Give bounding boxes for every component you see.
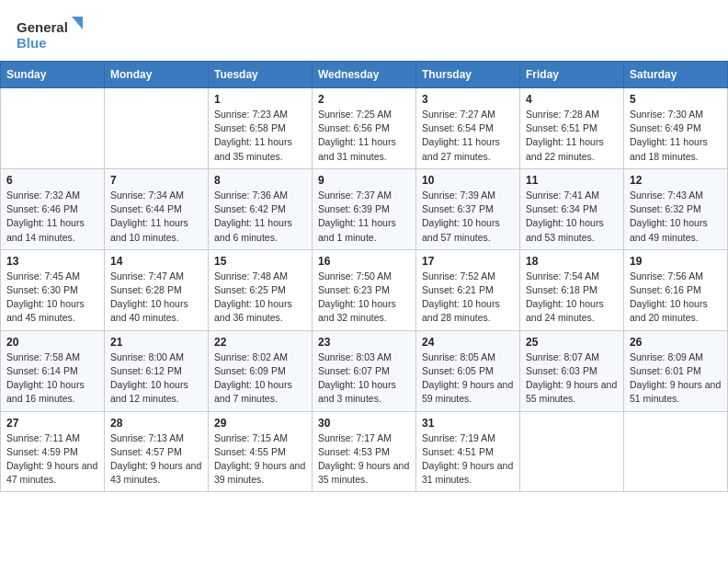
- day-number: 10: [422, 174, 514, 187]
- week-row-3: 13Sunrise: 7:45 AM Sunset: 6:30 PM Dayli…: [1, 249, 728, 330]
- day-info: Sunrise: 7:19 AM Sunset: 4:51 PM Dayligh…: [422, 431, 514, 488]
- week-row-4: 20Sunrise: 7:58 AM Sunset: 6:14 PM Dayli…: [1, 330, 728, 411]
- day-info: Sunrise: 7:37 AM Sunset: 6:39 PM Dayligh…: [318, 189, 410, 245]
- day-cell: 16Sunrise: 7:50 AM Sunset: 6:23 PM Dayli…: [313, 249, 416, 330]
- day-cell: [1, 88, 105, 169]
- day-cell: [105, 88, 209, 169]
- day-cell: 28Sunrise: 7:13 AM Sunset: 4:57 PM Dayli…: [105, 411, 209, 492]
- day-cell: 9Sunrise: 7:37 AM Sunset: 6:39 PM Daylig…: [313, 168, 416, 249]
- day-cell: 22Sunrise: 8:02 AM Sunset: 6:09 PM Dayli…: [209, 330, 313, 411]
- day-info: Sunrise: 7:54 AM Sunset: 6:18 PM Dayligh…: [526, 270, 618, 326]
- day-info: Sunrise: 8:09 AM Sunset: 6:01 PM Dayligh…: [630, 350, 722, 407]
- day-info: Sunrise: 7:32 AM Sunset: 6:46 PM Dayligh…: [6, 189, 98, 245]
- day-number: 12: [630, 174, 722, 187]
- header-row: SundayMondayTuesdayWednesdayThursdayFrid…: [1, 62, 728, 88]
- week-row-5: 27Sunrise: 7:11 AM Sunset: 4:59 PM Dayli…: [1, 411, 728, 492]
- day-cell: 4Sunrise: 7:28 AM Sunset: 6:51 PM Daylig…: [520, 88, 624, 169]
- day-cell: 23Sunrise: 8:03 AM Sunset: 6:07 PM Dayli…: [313, 330, 416, 411]
- day-number: 27: [6, 417, 98, 430]
- day-cell: 1Sunrise: 7:23 AM Sunset: 6:58 PM Daylig…: [209, 88, 313, 169]
- header-day-thursday: Thursday: [416, 62, 520, 88]
- svg-marker-2: [72, 17, 83, 29]
- day-cell: [520, 411, 624, 492]
- day-number: 3: [422, 93, 514, 106]
- day-cell: 6Sunrise: 7:32 AM Sunset: 6:46 PM Daylig…: [1, 168, 105, 249]
- day-cell: 3Sunrise: 7:27 AM Sunset: 6:54 PM Daylig…: [416, 88, 520, 169]
- day-cell: 20Sunrise: 7:58 AM Sunset: 6:14 PM Dayli…: [1, 330, 105, 411]
- day-cell: 14Sunrise: 7:47 AM Sunset: 6:28 PM Dayli…: [105, 249, 209, 330]
- header-day-tuesday: Tuesday: [209, 62, 313, 88]
- day-info: Sunrise: 7:11 AM Sunset: 4:59 PM Dayligh…: [6, 431, 98, 488]
- day-info: Sunrise: 8:02 AM Sunset: 6:09 PM Dayligh…: [214, 350, 306, 407]
- header-day-monday: Monday: [105, 62, 209, 88]
- day-number: 25: [526, 336, 618, 349]
- header-day-friday: Friday: [520, 62, 624, 88]
- day-number: 8: [214, 174, 306, 187]
- day-info: Sunrise: 8:00 AM Sunset: 6:12 PM Dayligh…: [110, 350, 202, 407]
- day-cell: 18Sunrise: 7:54 AM Sunset: 6:18 PM Dayli…: [520, 249, 624, 330]
- day-info: Sunrise: 7:52 AM Sunset: 6:21 PM Dayligh…: [422, 270, 514, 326]
- day-cell: 24Sunrise: 8:05 AM Sunset: 6:05 PM Dayli…: [416, 330, 520, 411]
- day-number: 17: [422, 255, 514, 268]
- day-number: 26: [630, 336, 722, 349]
- header: General Blue: [0, 0, 728, 61]
- day-cell: 31Sunrise: 7:19 AM Sunset: 4:51 PM Dayli…: [416, 411, 520, 492]
- day-number: 13: [6, 255, 98, 268]
- day-number: 18: [526, 255, 618, 268]
- page: General Blue SundayMondayTuesdayWednesda…: [0, 0, 728, 563]
- day-number: 4: [526, 93, 618, 106]
- day-number: 24: [422, 336, 514, 349]
- day-info: Sunrise: 7:27 AM Sunset: 6:54 PM Dayligh…: [422, 108, 514, 164]
- logo: General Blue: [17, 17, 83, 52]
- day-info: Sunrise: 7:45 AM Sunset: 6:30 PM Dayligh…: [6, 270, 98, 326]
- day-info: Sunrise: 7:56 AM Sunset: 6:16 PM Dayligh…: [630, 270, 722, 326]
- day-cell: 11Sunrise: 7:41 AM Sunset: 6:34 PM Dayli…: [520, 168, 624, 249]
- header-day-sunday: Sunday: [1, 62, 105, 88]
- day-info: Sunrise: 7:50 AM Sunset: 6:23 PM Dayligh…: [318, 270, 410, 326]
- day-cell: 8Sunrise: 7:36 AM Sunset: 6:42 PM Daylig…: [209, 168, 313, 249]
- day-cell: 17Sunrise: 7:52 AM Sunset: 6:21 PM Dayli…: [416, 249, 520, 330]
- day-info: Sunrise: 8:07 AM Sunset: 6:03 PM Dayligh…: [526, 350, 618, 407]
- day-info: Sunrise: 7:25 AM Sunset: 6:56 PM Dayligh…: [318, 108, 410, 164]
- day-cell: 21Sunrise: 8:00 AM Sunset: 6:12 PM Dayli…: [105, 330, 209, 411]
- day-number: 6: [6, 174, 98, 187]
- week-row-2: 6Sunrise: 7:32 AM Sunset: 6:46 PM Daylig…: [1, 168, 728, 249]
- day-number: 16: [318, 255, 410, 268]
- day-cell: 12Sunrise: 7:43 AM Sunset: 6:32 PM Dayli…: [624, 168, 728, 249]
- day-number: 5: [630, 93, 722, 106]
- day-cell: 5Sunrise: 7:30 AM Sunset: 6:49 PM Daylig…: [624, 88, 728, 169]
- day-info: Sunrise: 7:28 AM Sunset: 6:51 PM Dayligh…: [526, 108, 618, 164]
- day-number: 1: [214, 93, 306, 106]
- day-cell: [624, 411, 728, 492]
- day-info: Sunrise: 7:13 AM Sunset: 4:57 PM Dayligh…: [110, 431, 202, 488]
- day-info: Sunrise: 7:58 AM Sunset: 6:14 PM Dayligh…: [6, 350, 98, 407]
- day-info: Sunrise: 7:39 AM Sunset: 6:37 PM Dayligh…: [422, 189, 514, 245]
- calendar-table: SundayMondayTuesdayWednesdayThursdayFrid…: [0, 61, 728, 492]
- day-number: 23: [318, 336, 410, 349]
- day-cell: 2Sunrise: 7:25 AM Sunset: 6:56 PM Daylig…: [313, 88, 416, 169]
- day-info: Sunrise: 8:03 AM Sunset: 6:07 PM Dayligh…: [318, 350, 410, 407]
- day-number: 20: [6, 336, 98, 349]
- day-cell: 29Sunrise: 7:15 AM Sunset: 4:55 PM Dayli…: [209, 411, 313, 492]
- day-info: Sunrise: 7:34 AM Sunset: 6:44 PM Dayligh…: [110, 189, 202, 245]
- day-number: 22: [214, 336, 306, 349]
- day-number: 15: [214, 255, 306, 268]
- calendar-body: 1Sunrise: 7:23 AM Sunset: 6:58 PM Daylig…: [1, 88, 728, 492]
- day-info: Sunrise: 7:47 AM Sunset: 6:28 PM Dayligh…: [110, 270, 202, 326]
- day-number: 21: [110, 336, 202, 349]
- day-info: Sunrise: 7:43 AM Sunset: 6:32 PM Dayligh…: [630, 189, 722, 245]
- day-cell: 15Sunrise: 7:48 AM Sunset: 6:25 PM Dayli…: [209, 249, 313, 330]
- header-day-saturday: Saturday: [624, 62, 728, 88]
- day-info: Sunrise: 7:23 AM Sunset: 6:58 PM Dayligh…: [214, 108, 306, 164]
- day-cell: 13Sunrise: 7:45 AM Sunset: 6:30 PM Dayli…: [1, 249, 105, 330]
- day-cell: 25Sunrise: 8:07 AM Sunset: 6:03 PM Dayli…: [520, 330, 624, 411]
- day-cell: 10Sunrise: 7:39 AM Sunset: 6:37 PM Dayli…: [416, 168, 520, 249]
- day-number: 9: [318, 174, 410, 187]
- day-info: Sunrise: 7:17 AM Sunset: 4:53 PM Dayligh…: [318, 431, 410, 488]
- day-number: 2: [318, 93, 410, 106]
- week-row-1: 1Sunrise: 7:23 AM Sunset: 6:58 PM Daylig…: [1, 88, 728, 169]
- svg-text:General: General: [17, 19, 68, 35]
- day-number: 19: [630, 255, 722, 268]
- svg-text:Blue: Blue: [17, 35, 47, 51]
- day-number: 11: [526, 174, 618, 187]
